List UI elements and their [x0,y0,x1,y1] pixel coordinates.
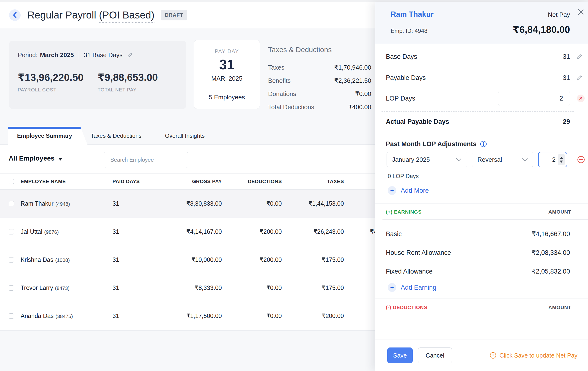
row-checkbox[interactable] [9,313,14,319]
paid-days-cell: 31 [113,228,151,235]
employee-filter-dropdown[interactable]: All Employees [9,154,63,162]
total-net-pay-value: ₹9,88,653.00 [98,72,178,83]
period-summary-card: Period: March 2025 31 Base Days ₹13,96,2… [9,41,186,109]
search-input[interactable] [110,156,182,164]
earning-name: House Rent Allowance [386,249,451,257]
col-employee-name: EMPLOYEE NAME [21,179,113,184]
edit-payable-days-button[interactable] [576,74,584,82]
page-title-poi: (POI Based) [99,9,154,22]
taxes-cell: ₹200.00 [282,312,344,319]
taxes-cell: ₹26,243.00 [282,228,344,235]
dashed-divider [381,111,574,112]
employee-name[interactable]: Ananda Das [21,312,54,319]
panel-header: Ram Thakur Net Pay Emp. ID: 4948 ₹6,84,1… [375,2,588,44]
chevron-down-icon [182,158,182,162]
earning-name: Fixed Allowance [386,268,433,275]
row-label: Taxes [268,64,284,71]
adjustment-days-stepper[interactable]: 2 [538,152,567,167]
payday-label: PAY DAY [194,48,260,55]
stepper-arrows[interactable] [558,154,565,165]
add-earning-label: Add Earning [401,284,436,291]
taxes-cell: ₹175.00 [282,256,344,263]
stepper-up-icon[interactable] [560,157,563,159]
base-days-label: Base Days [386,53,417,60]
divider [200,88,254,88]
row-checkbox[interactable] [9,229,14,234]
adjustment-month-value: January 2025 [392,156,456,164]
edit-base-days-button[interactable] [576,53,584,61]
clear-lop-days-button[interactable]: ✕ [577,95,585,102]
close-panel-button[interactable] [576,7,586,17]
row-value: ₹1,70,946.00 [334,64,371,71]
tab-employee-summary[interactable]: Employee Summary [8,127,87,145]
stepper-down-icon[interactable] [560,161,563,163]
row-label: Donations [268,90,296,98]
employee-search-combobox[interactable] [104,152,188,168]
page-title: Regular Payroll (POI Based) [27,9,154,21]
row-label: Total Deductions [268,103,314,111]
row-checkbox[interactable] [9,201,14,206]
section-divider [375,203,588,204]
adjustment-month-select[interactable]: January 2025 [387,152,467,167]
taxes-cell: ₹175.00 [282,284,344,291]
gross-pay-cell: ₹4,14,167.00 [151,228,222,235]
employee-name[interactable]: Jai Uttal [21,228,42,235]
summary-row-donations: Donations ₹0.00 [268,87,371,100]
save-warning: Click Save to update Net Pay [489,352,578,359]
employee-filter-label: All Employees [9,154,54,162]
paid-days-cell: 31 [113,312,151,319]
payable-days-value: 31 [563,74,570,82]
summary-row-benefits: Benefits ₹2,36,221.50 [268,74,371,87]
period-label: Period: [18,51,37,59]
row-checkbox[interactable] [9,257,14,262]
row-checkbox[interactable] [9,285,14,291]
payable-days-label: Payable Days [386,74,426,82]
info-icon[interactable] [480,140,487,148]
add-more-button[interactable]: + Add More [375,186,588,195]
row-label: Benefits [268,77,291,85]
tab-taxes-deductions[interactable]: Taxes & Deductions [91,127,141,145]
plus-icon: + [388,283,396,292]
earning-amount: ₹2,05,832.00 [532,268,570,275]
earnings-amount-header: AMOUNT [548,209,571,215]
chevron-left-icon [12,11,18,19]
net-pay-amount: ₹6,84,180.00 [513,24,570,35]
gross-pay-cell: ₹8,30,833.00 [151,200,222,207]
chevron-down-icon [522,158,528,162]
edit-pencil-icon [576,74,583,81]
remove-adjustment-button[interactable] [577,155,585,164]
past-month-lop-title: Past Month LOP Adjustments [386,140,476,148]
summary-row-total-deductions: Total Deductions ₹400.00 [268,100,371,114]
panel-employee-name-link[interactable]: Ram Thakur [391,10,434,19]
col-taxes: TAXES [282,179,344,184]
employee-id: (1008) [55,257,70,263]
earnings-header-row: (+) EARNINGS AMOUNT [375,205,588,219]
adjustment-type-select[interactable]: Reversal [472,152,533,167]
save-button[interactable]: Save [387,348,413,363]
employee-name[interactable]: Trevor Larry [21,284,53,291]
cancel-button[interactable]: Cancel [418,348,452,363]
edit-pencil-icon [576,53,583,60]
deductions-header-row: (-) DEDUCTIONS AMOUNT [375,300,588,315]
payday-employee-count: 5 Employees [194,94,260,101]
earnings-header: (+) EARNINGS [386,209,421,215]
window-top-strip [0,0,588,2]
actual-payable-days-row: Actual Payable Days 29 [375,114,588,129]
tab-overall-insights[interactable]: Overall Insights [165,127,205,145]
edit-pencil-icon[interactable] [127,52,134,58]
adjustment-type-value: Reversal [477,156,522,164]
col-deductions: DEDUCTIONS [222,179,282,184]
minus-circle-icon [577,155,585,164]
employee-name[interactable]: Ram Thakur [21,200,53,207]
net-pay-label: Net Pay [548,11,570,19]
base-days-row: Base Days 31 [375,49,588,64]
back-button[interactable] [9,9,21,21]
period-value: March 2025 [40,51,74,59]
add-earning-button[interactable]: + Add Earning [375,283,588,292]
select-all-checkbox[interactable] [9,179,14,184]
employee-name[interactable]: Krishna Das [21,256,53,263]
col-paid-days: PAID DAYS [113,179,151,184]
earning-row-basic: Basic ₹4,16,667.00 [375,225,588,243]
lop-days-input[interactable] [498,91,570,106]
base-days-value: 31 [563,53,570,60]
